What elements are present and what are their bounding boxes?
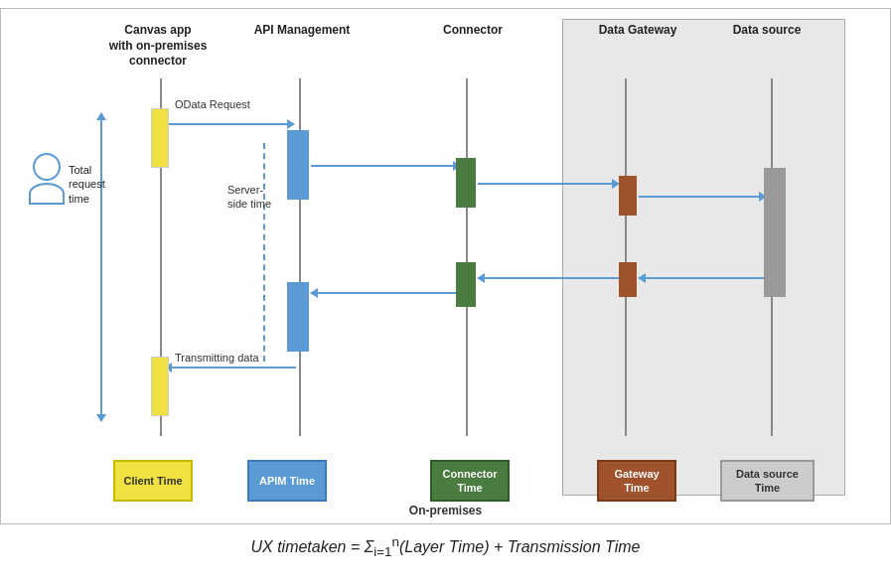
col-header-connector: Connector — [428, 23, 518, 39]
legend-gateway-time: GatewayTime — [597, 460, 676, 502]
person-icon — [29, 153, 65, 205]
arrow-canvas-to-apim — [165, 123, 294, 125]
block-client-top — [151, 108, 169, 168]
odata-request-label: OData Request — [175, 98, 250, 110]
legend-apim-time: APIM Time — [247, 460, 327, 502]
transmitting-label: Transmitting data — [175, 352, 259, 364]
onprem-label: On-premises — [409, 504, 482, 517]
vline-connector — [466, 78, 468, 436]
block-apim-bottom — [287, 282, 309, 352]
vline-serverside — [263, 143, 265, 362]
diagram-container: Canvas appwith on-premisesconnector API … — [0, 8, 891, 524]
formula: UX timetaken = Σi=1n(Layer Time) + Trans… — [0, 534, 891, 560]
arrow-apim-to-canvas — [165, 367, 296, 368]
block-connector-bottom — [456, 262, 476, 307]
arrow-gateway-to-connector — [478, 277, 619, 279]
server-side-label: Server-side time — [227, 183, 271, 212]
col-header-apim: API Management — [247, 23, 357, 39]
onprem-area — [562, 19, 845, 496]
block-gateway-bottom — [619, 262, 637, 297]
arrow-datasource-to-gateway — [639, 277, 766, 279]
legend-client-time: Client Time — [113, 460, 193, 502]
block-gateway-top — [619, 176, 637, 216]
block-apim-top — [287, 130, 309, 200]
block-connector-top — [456, 158, 476, 208]
col-header-gateway: Data Gateway — [593, 23, 682, 39]
legend-datasource-time: Data sourceTime — [720, 460, 815, 502]
col-header-datasource: Data source — [722, 23, 812, 39]
arrow-apim-to-connector — [311, 165, 460, 167]
total-request-label: Totalrequesttime — [69, 163, 105, 206]
varrow-total-time — [100, 113, 102, 421]
arrow-connector-to-apim — [311, 292, 458, 294]
arrow-gateway-to-datasource — [639, 196, 766, 198]
block-client-bottom — [151, 357, 169, 416]
col-header-canvas: Canvas appwith on-premisesconnector — [108, 23, 208, 70]
arrow-connector-to-gateway — [478, 183, 619, 185]
block-datasource — [764, 168, 786, 297]
vline-gateway — [625, 78, 627, 436]
legend-connector-time: ConnectorTime — [430, 460, 510, 502]
